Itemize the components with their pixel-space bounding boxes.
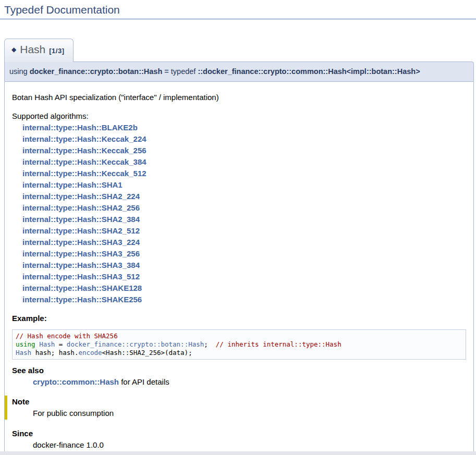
see-also-link[interactable]: crypto::common::Hash xyxy=(33,377,119,386)
since-content: docker-finance 1.0.0 xyxy=(33,440,466,450)
algorithm-link[interactable]: internal::type::Hash::SHA2_224 xyxy=(22,191,466,202)
typedef-member-item: ◆Hash[1/3] using docker_finance::crypto:… xyxy=(4,39,474,455)
permalink-diamond-icon[interactable]: ◆ xyxy=(11,46,16,53)
code-symbol-link[interactable]: Hash xyxy=(16,349,31,356)
algorithm-link[interactable]: internal::type::Hash::SHA2_512 xyxy=(22,225,466,237)
code-plain: ; xyxy=(204,340,216,348)
code-comment: // inherits internal::type::Hash xyxy=(216,340,341,348)
declaration-name-link[interactable]: docker_finance::crypto::botan::Hash xyxy=(30,67,163,76)
algorithm-link[interactable]: internal::type::Hash::SHA3_224 xyxy=(22,237,466,248)
member-name: Hash xyxy=(20,43,45,55)
see-also-section: See also crypto::common::Hash for API de… xyxy=(12,365,466,387)
code-plain: <Hash::SHA2_256>(data); xyxy=(102,349,192,356)
code-line: Hash hash; hash.encode<Hash::SHA2_256>(d… xyxy=(16,349,462,357)
description-paragraph: Botan Hash API specialization ("interfac… xyxy=(12,92,466,103)
supported-algorithms-list: internal::type::Hash::BLAKE2binternal::t… xyxy=(22,122,466,305)
member-documentation: Botan Hash API specialization ("interfac… xyxy=(4,82,474,455)
supported-algorithms-label: Supported algorithms: xyxy=(12,110,466,121)
algorithm-link[interactable]: internal::type::Hash::SHA3_256 xyxy=(22,248,466,260)
since-label: Since xyxy=(12,428,466,438)
declaration-middle: = typedef xyxy=(162,67,198,76)
see-also-label: See also xyxy=(12,365,466,375)
see-also-content: crypto::common::Hash for API details xyxy=(33,377,466,387)
code-line: // Hash encode with SHA256 xyxy=(16,332,462,340)
page-title: Typedef Documentation xyxy=(0,0,476,19)
algorithm-link[interactable]: internal::type::Hash::SHAKE128 xyxy=(22,282,466,294)
declaration-prefix: using xyxy=(9,67,30,76)
code-plain: hash; hash. xyxy=(31,349,78,356)
code-line: using Hash = docker_finance::crypto::bot… xyxy=(16,340,462,349)
algorithm-link[interactable]: internal::type::Hash::Keccak_224 xyxy=(22,133,466,145)
note-section: Note For public consumption xyxy=(5,396,466,420)
algorithm-link[interactable]: internal::type::Hash::SHAKE256 xyxy=(22,294,466,305)
algorithm-link[interactable]: internal::type::Hash::Keccak_256 xyxy=(22,145,466,156)
overload-index-badge: [1/3] xyxy=(49,47,64,55)
example-code-block: // Hash encode with SHA256using Hash = d… xyxy=(12,329,466,360)
see-also-suffix: for API details xyxy=(119,377,169,386)
code-plain: = xyxy=(55,340,67,348)
algorithm-link[interactable]: internal::type::Hash::SHA2_384 xyxy=(22,214,466,225)
algorithm-link[interactable]: internal::type::Hash::SHA3_384 xyxy=(22,260,466,271)
member-tab-hash: ◆Hash[1/3] xyxy=(4,39,74,62)
code-symbol-link[interactable]: Hash xyxy=(39,340,55,348)
code-symbol-link[interactable]: docker_finance::crypto::botan::Hash xyxy=(67,340,204,348)
note-label: Note xyxy=(12,397,466,407)
algorithm-link[interactable]: internal::type::Hash::SHA1 xyxy=(22,179,466,191)
code-symbol-link[interactable]: encode xyxy=(78,349,102,356)
code-comment: // Hash encode with SHA256 xyxy=(16,332,118,340)
algorithm-link[interactable]: internal::type::Hash::Keccak_512 xyxy=(22,168,466,179)
typedef-declaration: using docker_finance::crypto::botan::Has… xyxy=(4,62,474,82)
algorithm-link[interactable]: internal::type::Hash::SHA3_512 xyxy=(22,271,466,282)
declaration-target-link[interactable]: ::docker_finance::crypto::common::Hash<i… xyxy=(198,67,420,76)
note-content: For public consumption xyxy=(33,408,466,418)
algorithm-link[interactable]: internal::type::Hash::Keccak_384 xyxy=(22,156,466,168)
example-label: Example: xyxy=(12,313,466,323)
since-section: Since docker-finance 1.0.0 xyxy=(12,428,466,450)
example-section: Example: xyxy=(12,313,466,323)
code-keyword: using xyxy=(16,340,35,348)
next-section-edge-strip xyxy=(0,451,476,455)
algorithm-link[interactable]: internal::type::Hash::BLAKE2b xyxy=(22,122,466,133)
algorithm-link[interactable]: internal::type::Hash::SHA2_256 xyxy=(22,202,466,214)
